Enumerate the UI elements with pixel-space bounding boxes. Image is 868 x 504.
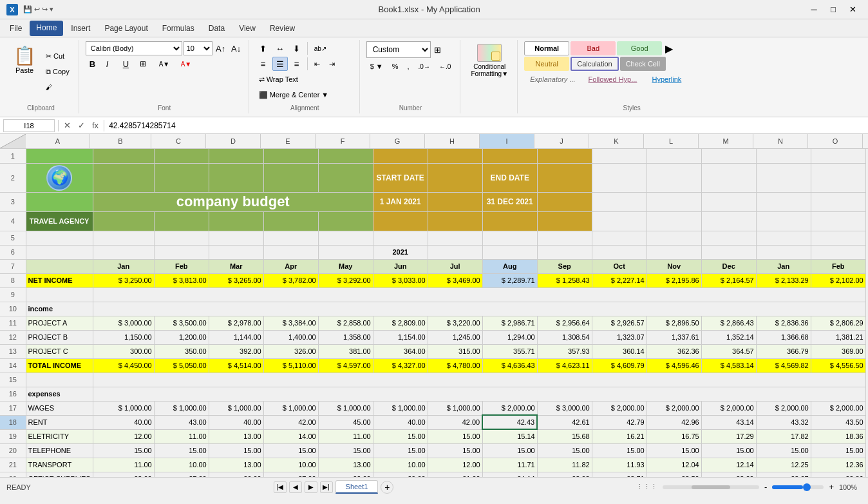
col-header-J[interactable]: J — [534, 134, 589, 148]
col-header-B[interactable]: B — [90, 134, 151, 148]
cell-B2[interactable] — [93, 163, 154, 192]
cell-D22[interactable]: 26.00 — [209, 472, 263, 477]
sheet-nav-next[interactable]: ▶ — [305, 481, 317, 493]
cell-N18[interactable]: 43.32 — [756, 415, 811, 429]
cell-C17[interactable]: $ 1,000.00 — [154, 401, 209, 415]
cell-B16[interactable] — [93, 387, 865, 401]
maximize-btn[interactable]: □ — [824, 3, 842, 17]
confirm-formula-btn[interactable]: ✓ — [76, 121, 87, 130]
cell-B11[interactable]: $ 3,000.00 — [93, 316, 154, 330]
cell-K8[interactable]: $ 2,227.14 — [592, 273, 646, 287]
cell-G11[interactable]: $ 2,809.00 — [373, 316, 428, 330]
cell-B9[interactable] — [93, 287, 865, 302]
cell-M5[interactable] — [701, 231, 756, 245]
cell-M4[interactable] — [701, 211, 756, 231]
cell-L4[interactable] — [646, 211, 701, 231]
cell-O13[interactable]: 369.00 — [811, 344, 865, 358]
cell-E8[interactable]: $ 3,782.00 — [263, 273, 318, 287]
cell-M11[interactable]: $ 2,866.43 — [701, 316, 756, 330]
cell-O1[interactable] — [811, 149, 865, 163]
cell-D11[interactable]: $ 2,978.00 — [209, 316, 263, 330]
cell-D20[interactable]: 15.00 — [209, 443, 263, 458]
cell-A21[interactable]: TRANSPORT — [26, 458, 93, 472]
border-button[interactable]: ⊞ — [136, 57, 154, 71]
cell-I11[interactable]: $ 2,986.71 — [482, 316, 537, 330]
cell-G14[interactable]: $ 4,327.00 — [373, 358, 428, 373]
style-check-cell[interactable]: Check Cell — [620, 57, 666, 71]
cell-M2[interactable] — [701, 163, 756, 192]
col-header-E[interactable]: E — [261, 134, 316, 148]
cell-J7[interactable]: Sep — [537, 259, 592, 273]
cell-I3[interactable]: 31 DEC 2021 — [482, 192, 537, 211]
cell-J1[interactable] — [537, 149, 592, 163]
cell-N22[interactable]: 23.07 — [756, 472, 811, 477]
cell-L19[interactable]: 16.75 — [646, 429, 701, 443]
cell-A16[interactable]: expenses — [26, 387, 93, 401]
cell-J11[interactable]: $ 2,956.64 — [537, 316, 592, 330]
cell-H5[interactable] — [428, 231, 482, 245]
cell-H14[interactable]: $ 4,780.00 — [428, 358, 482, 373]
menu-data[interactable]: Data — [202, 21, 231, 35]
cell-E7[interactable]: Apr — [263, 259, 318, 273]
cell-K3[interactable] — [592, 192, 646, 211]
cell-E19[interactable]: 14.00 — [263, 429, 318, 443]
cell-N14[interactable]: $ 4,569.82 — [756, 358, 811, 373]
cell-A3[interactable] — [26, 192, 93, 211]
cell-F21[interactable]: 13.00 — [318, 458, 373, 472]
cell-O6[interactable] — [811, 245, 865, 259]
cell-H18[interactable]: 42.00 — [428, 415, 482, 429]
cell-F11[interactable]: $ 2,858.00 — [318, 316, 373, 330]
cell-N17[interactable]: $ 2,000.00 — [756, 401, 811, 415]
cell-E4[interactable] — [263, 211, 318, 231]
zoom-out-btn[interactable]: - — [764, 482, 767, 492]
cell-C1[interactable] — [154, 149, 209, 163]
cell-F19[interactable]: 11.00 — [318, 429, 373, 443]
cell-M13[interactable]: 364.57 — [701, 344, 756, 358]
cell-I6[interactable] — [482, 245, 537, 259]
currency-btn[interactable]: $ ▼ — [366, 59, 387, 73]
cell-J2[interactable] — [537, 163, 592, 192]
cell-N11[interactable]: $ 2,836.36 — [756, 316, 811, 330]
cell-F13[interactable]: 381.00 — [318, 344, 373, 358]
fill-color-button[interactable]: A▼ — [155, 57, 176, 71]
menu-insert[interactable]: Insert — [64, 21, 97, 35]
cell-G21[interactable]: 10.00 — [373, 458, 428, 472]
cell-J17[interactable]: $ 3,000.00 — [537, 401, 592, 415]
cell-A6[interactable] — [26, 245, 93, 259]
cell-O20[interactable]: 15.00 — [811, 443, 865, 458]
col-header-C[interactable]: C — [151, 134, 206, 148]
cell-A7[interactable] — [26, 259, 93, 273]
cell-K17[interactable]: $ 2,000.00 — [592, 401, 646, 415]
cell-H6[interactable] — [428, 245, 482, 259]
cell-E17[interactable]: $ 1,000.00 — [263, 401, 318, 415]
cell-H20[interactable]: 15.00 — [428, 443, 482, 458]
cell-I12[interactable]: 1,294.00 — [482, 330, 537, 344]
cell-G7[interactable]: Jun — [373, 259, 428, 273]
cell-F5[interactable] — [318, 231, 373, 245]
cell-F6[interactable] — [318, 245, 373, 259]
cell-M7[interactable]: Dec — [701, 259, 756, 273]
cell-J20[interactable]: 15.00 — [537, 443, 592, 458]
cell-I5[interactable] — [482, 231, 537, 245]
cell-N2[interactable] — [756, 163, 811, 192]
cell-G4[interactable] — [373, 211, 428, 231]
cell-O21[interactable]: 12.36 — [811, 458, 865, 472]
cell-A4[interactable]: TRAVEL AGENCY — [26, 211, 93, 231]
cell-B4[interactable] — [93, 211, 154, 231]
merge-center-button[interactable]: ⬛ Merge & Center ▼ — [256, 88, 346, 102]
cell-B10[interactable] — [93, 302, 865, 316]
cell-H12[interactable]: 1,245.00 — [428, 330, 482, 344]
menu-view[interactable]: View — [232, 21, 262, 35]
cell-E13[interactable]: 326.00 — [263, 344, 318, 358]
col-header-F[interactable]: F — [316, 134, 370, 148]
cell-B15[interactable] — [93, 373, 865, 387]
cell-E18[interactable]: 42.00 — [263, 415, 318, 429]
sheet-nav-prev[interactable]: ◀ — [289, 481, 302, 493]
style-normal[interactable]: Normal — [524, 41, 569, 55]
cell-I17[interactable]: $ 2,000.00 — [482, 401, 537, 415]
style-good[interactable]: Good — [617, 41, 662, 55]
cell-C7[interactable]: Feb — [154, 259, 209, 273]
cell-D6[interactable] — [209, 245, 263, 259]
cell-G12[interactable]: 1,154.00 — [373, 330, 428, 344]
col-header-O[interactable]: O — [808, 134, 863, 148]
